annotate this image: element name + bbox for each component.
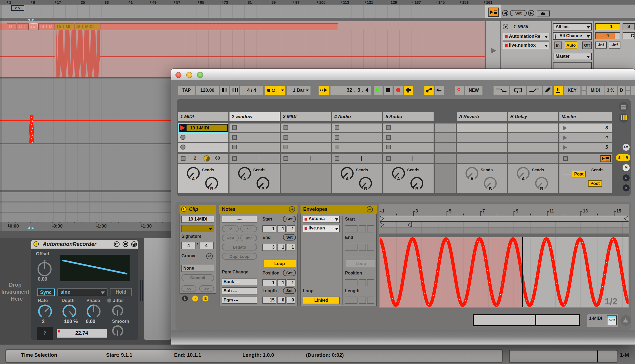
svg-text:B: B (415, 187, 418, 191)
svg-text:B: B (261, 187, 265, 191)
svg-text:A: A (397, 177, 400, 181)
svg-text:B: B (540, 187, 543, 191)
svg-text:B: B (364, 187, 367, 191)
svg-text:A: A (346, 177, 349, 181)
svg-text:A: A (522, 177, 525, 181)
svg-text:A: A (243, 177, 246, 181)
svg-text:A: A (192, 177, 195, 181)
svg-text:A: A (470, 177, 474, 181)
svg-text:B: B (489, 187, 492, 191)
svg-text:B: B (210, 187, 213, 191)
